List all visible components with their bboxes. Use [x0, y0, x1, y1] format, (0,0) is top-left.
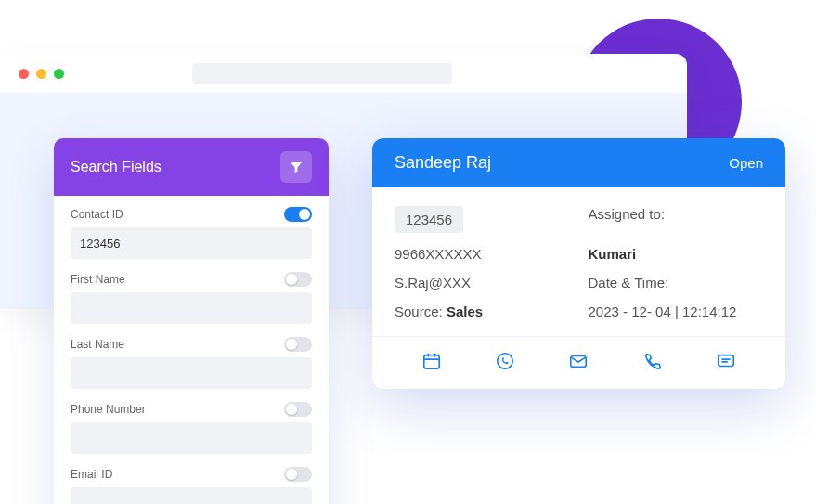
search-panel-header: Search Fields: [54, 138, 329, 196]
search-fields-panel: Search Fields Contact ID First Name Last…: [54, 138, 329, 504]
svg-rect-3: [719, 355, 734, 367]
assigned-label: Assigned to:: [589, 206, 764, 233]
calendar-icon: [421, 351, 442, 371]
field-label: Contact ID: [71, 208, 123, 221]
last-name-input[interactable]: [71, 357, 312, 389]
contact-status: Open: [729, 155, 763, 171]
phone-number-input[interactable]: [71, 422, 312, 454]
email-id-input[interactable]: [71, 487, 312, 504]
toggle-last-name[interactable]: [284, 337, 312, 352]
toggle-email-id[interactable]: [284, 467, 312, 482]
toggle-contact-id[interactable]: [284, 207, 312, 222]
whatsapp-icon: [495, 351, 515, 371]
contact-id-pill: 123456: [395, 206, 463, 233]
field-email-id: Email ID: [71, 467, 312, 504]
email-action[interactable]: [567, 350, 589, 372]
first-name-input[interactable]: [71, 292, 312, 324]
mail-icon: [568, 351, 589, 371]
search-panel-body: Contact ID First Name Last Name Phone Nu…: [54, 196, 329, 504]
contact-card: Sandeep Raj Open 123456 Assigned to: 996…: [372, 138, 785, 389]
assigned-value: Kumari: [589, 246, 764, 262]
field-label: First Name: [71, 273, 125, 286]
maximize-icon[interactable]: [54, 69, 64, 79]
close-icon[interactable]: [19, 69, 29, 79]
contact-name: Sandeep Raj: [395, 153, 491, 173]
contact-card-header: Sandeep Raj Open: [372, 138, 785, 187]
svg-rect-0: [423, 355, 439, 369]
field-first-name: First Name: [71, 272, 312, 324]
datetime-value: 2023 - 12- 04 | 12:14:12: [589, 304, 764, 319]
phone-icon: [642, 351, 663, 371]
contact-phone: 9966XXXXXX: [395, 246, 570, 262]
field-label: Phone Number: [71, 403, 146, 416]
field-label: Last Name: [71, 338, 124, 351]
field-phone-number: Phone Number: [71, 402, 312, 454]
toggle-phone-number[interactable]: [284, 402, 312, 417]
filter-button[interactable]: [280, 151, 312, 183]
minimize-icon[interactable]: [36, 69, 46, 79]
browser-title-bar: [0, 54, 687, 93]
source-value: Sales: [447, 304, 483, 319]
search-panel-title: Search Fields: [71, 159, 162, 175]
contact-card-body: 123456 Assigned to: 9966XXXXXX Kumari S.…: [372, 187, 785, 330]
field-label: Email ID: [71, 468, 112, 481]
field-last-name: Last Name: [71, 337, 312, 389]
contact-source: Source: Sales: [395, 304, 570, 319]
svg-point-1: [498, 354, 513, 369]
chat-icon: [716, 351, 736, 371]
calendar-action[interactable]: [421, 350, 443, 372]
whatsapp-action[interactable]: [494, 350, 516, 372]
datetime-label: Date & Time:: [589, 275, 764, 291]
contact-actions: [372, 336, 785, 389]
filter-icon: [289, 160, 304, 174]
field-contact-id: Contact ID: [71, 207, 312, 259]
call-action[interactable]: [641, 350, 664, 372]
toggle-first-name[interactable]: [284, 272, 312, 287]
source-label: Source:: [395, 304, 447, 319]
address-bar[interactable]: [192, 63, 452, 84]
contact-id-input[interactable]: [71, 227, 312, 259]
contact-email: S.Raj@XXX: [395, 275, 570, 291]
message-action[interactable]: [715, 350, 737, 372]
